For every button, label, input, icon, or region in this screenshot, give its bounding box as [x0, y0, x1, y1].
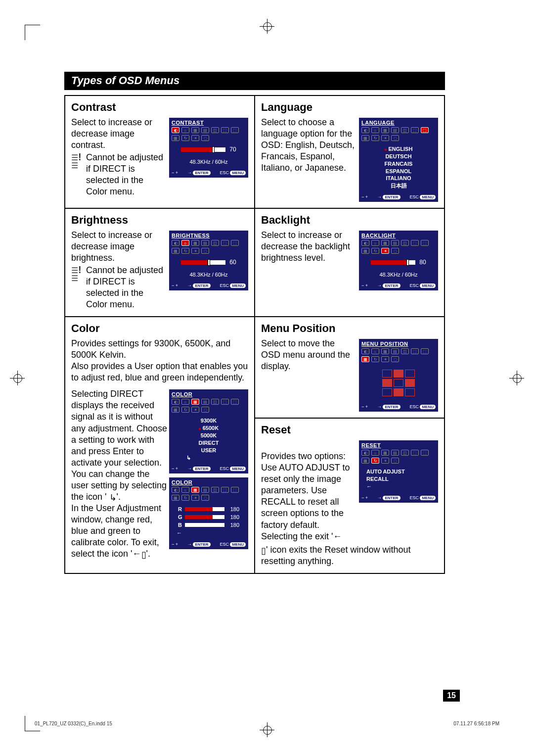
osd-color-rgb: COLOR ◐☼▦▤◫⬚ ⬚▦↻☀◌ R180 G180 B180 ← −	[169, 477, 248, 549]
cell-language: Language Select to choose a language opt…	[255, 95, 445, 208]
osd-language-title: LANGUAGE	[361, 120, 436, 126]
osd-value: 60	[229, 259, 236, 266]
osd-slider[interactable]: 80	[361, 259, 436, 266]
cell-backlight: Backlight Select to increase or decrease…	[255, 208, 445, 317]
cell-reset: Reset Provides two options: Use AUTO ADJ…	[255, 418, 445, 573]
osd-backlight-title: BACKLIGHT	[361, 233, 436, 238]
lang-item[interactable]: ITALIANO	[361, 175, 436, 182]
reset-title: Reset	[261, 424, 438, 436]
position-grid[interactable]	[382, 370, 415, 396]
lang-item[interactable]: 日本語	[361, 182, 436, 189]
cell-color: Color Provides settings for 9300K, 6500K…	[65, 317, 255, 573]
osd-icon-row: ◐☼▦▤◫⬚ ⬚▦↻☀◌	[172, 240, 246, 254]
cell-menupos: Menu Position Select to move the OSD men…	[255, 317, 445, 418]
enter-icon: ↳	[109, 493, 117, 502]
osd-language: LANGUAGE ◐☼▦▤◫⬚ ⬚▦↻☀◌ ENGLISH DEUTSCH FR…	[359, 118, 438, 202]
osd-contrast-title: CONTRAST	[172, 120, 246, 126]
color-item[interactable]: USER	[172, 447, 246, 454]
lang-item[interactable]: DEUTSCH	[361, 153, 436, 160]
osd-slider[interactable]: 60	[172, 259, 246, 266]
back-icon[interactable]: ←	[177, 530, 182, 536]
lang-item[interactable]: ESPANOL	[361, 168, 436, 175]
osd-status: 48.3KHz / 60Hz	[361, 272, 436, 278]
footer-right: 07.11.27 6:56:18 PM	[453, 721, 499, 726]
osd-reset-list[interactable]: AUTO ADJUST RECALL ←	[361, 465, 436, 493]
backlight-body: Select to increase or decrease the backl…	[261, 230, 355, 264]
footer-left: 01_PL720_UZ 0332(C)_En.indd 15	[35, 721, 112, 726]
osd-brightness-title: BRIGHTNESS	[172, 233, 246, 238]
osd-footer: − + → ENTER ESC MENU	[361, 404, 436, 409]
osd-footer: − + → ENTER ESC MENU	[172, 466, 246, 471]
osd-footer: − + → ENTER ESC MENU	[172, 170, 246, 175]
osd-reset: RESET ◐☼▦▤◫⬚ ⬚▦↻☀◌ AUTO ADJUST RECALL ← …	[359, 440, 438, 503]
osd-backlight: BACKLIGHT ◐☼▦▤◫⬚ ⬚▦↻☀◌ 80 48.3KHz / 60Hz…	[359, 231, 438, 290]
reset-item[interactable]: RECALL	[366, 475, 436, 483]
backlight-text: Select to increase or decrease the backl…	[261, 230, 355, 264]
color-title: Color	[71, 322, 248, 335]
osd-menupos: MENU POSITION ◐☼▦▤◫⬚ ⬚▦↻☀◌ − + → ENTER E…	[359, 339, 438, 412]
osd-footer: − + → ENTER ESC MENU	[361, 495, 436, 500]
osd-footer: − + → ENTER ESC MENU	[172, 542, 246, 547]
osd-pos-body[interactable]	[361, 364, 436, 402]
brightness-note: ☰!☰ Cannot be adjusted if DIRECT is sele…	[71, 264, 165, 310]
registration-bottom	[260, 722, 274, 737]
osd-status: 48.3KHz / 60Hz	[172, 272, 246, 278]
osd-icon-row: ◐☼▦▤◫⬚ ⬚▦↻☀◌	[172, 487, 246, 501]
reset-body-col: Provides two options: Use AUTO ADJUST to…	[261, 439, 357, 542]
osd-slider[interactable]: 70	[172, 146, 246, 153]
registration-right	[509, 371, 524, 385]
osd-color-rgb-title: COLOR	[172, 479, 246, 485]
crop-mark-tl	[25, 25, 40, 40]
exit-icon: ▯	[141, 550, 146, 559]
color-item-enter[interactable]: ↳	[172, 454, 246, 462]
cell-contrast: Contrast Select to increase or decrease …	[65, 95, 255, 208]
exit-icon: ▯	[261, 546, 266, 555]
color-intro: Provides settings for 9300K, 6500K, and …	[71, 338, 248, 383]
osd-color-items[interactable]: 9300K 6500K 5000K DIRECT USER ↳	[172, 414, 246, 464]
brightness-title: Brightness	[71, 214, 248, 227]
color-item[interactable]: 9300K	[172, 417, 246, 425]
language-title: Language	[261, 101, 438, 114]
brightness-note-text: Cannot be adjusted if DIRECT is selected…	[86, 265, 165, 310]
page-number: 15	[443, 690, 460, 702]
lang-item[interactable]: ENGLISH	[361, 145, 436, 153]
note-icon: ☰!☰	[71, 265, 86, 283]
osd-footer: − + → ENTER ESC MENU	[172, 283, 246, 288]
osd-rgb[interactable]: R180 G180 B180 ←	[172, 502, 246, 540]
color-body1: Selecting DIRECT displays the received s…	[71, 388, 168, 559]
cell-brightness: Brightness Select to increase or decreas…	[65, 208, 255, 317]
osd-contrast: CONTRAST ◐☼▦▤◫⬚ ⬚▦↻☀◌ 70 48.3KHz / 60Hz …	[169, 118, 248, 178]
color-item[interactable]: DIRECT	[172, 439, 246, 447]
osd-icon-row: ◐☼▦▤◫⬚ ⬚▦↻☀◌	[361, 240, 436, 254]
brightness-body: Select to increase or decrease image bri…	[71, 230, 165, 264]
menupos-title: Menu Position	[261, 322, 438, 335]
reset-item[interactable]: AUTO ADJUST	[366, 468, 436, 475]
menupos-body: Select to move the OSD menu around the d…	[261, 338, 355, 372]
backlight-title: Backlight	[261, 214, 438, 227]
osd-icon-row: ◐☼▦▤◫⬚ ⬚▦↻☀◌	[361, 127, 436, 141]
color-item[interactable]: 6500K	[172, 425, 246, 432]
language-text: Select to choose a language option for t…	[261, 117, 355, 174]
osd-status: 48.3KHz / 60Hz	[172, 159, 246, 165]
reset-item-back[interactable]: ←	[366, 483, 436, 490]
osd-value: 70	[229, 146, 236, 153]
color-item[interactable]: 5000K	[172, 432, 246, 439]
osd-color-list: COLOR ◐☼▦▤◫⬚ ⬚▦↻☀◌ 9300K 6500K 5000K DIR…	[169, 389, 248, 473]
osd-brightness: BRIGHTNESS ◐☼▦▤◫⬚ ⬚▦↻☀◌ 60 48.3KHz / 60H…	[169, 231, 248, 290]
contrast-note: ☰!☰ Cannot be adjusted if DIRECT is sele…	[71, 151, 165, 197]
osd-language-list[interactable]: ENGLISH DEUTSCH FRANCAIS ESPANOL ITALIAN…	[361, 142, 436, 192]
osd-value: 80	[419, 259, 426, 266]
reset-body-tail: ▯' icon exits the Reset window without r…	[261, 542, 438, 567]
lang-item[interactable]: FRANCAIS	[361, 160, 436, 168]
osd-icon-row: ◐☼▦▤◫⬚ ⬚▦↻☀◌	[361, 450, 436, 464]
osd-footer: − + → ENTER ESC MENU	[361, 283, 436, 288]
osd-grid: Contrast Select to increase or decrease …	[64, 95, 445, 574]
osd-icon-row: ◐☼▦▤◫⬚ ⬚▦↻☀◌	[172, 127, 246, 141]
brightness-text: Select to increase or decrease image bri…	[71, 230, 165, 310]
contrast-title: Contrast	[71, 101, 248, 114]
contrast-body: Select to increase or decrease image con…	[71, 117, 165, 151]
osd-reset-title: RESET	[361, 442, 436, 448]
section-title: Types of OSD Menus	[64, 72, 445, 90]
osd-menupos-title: MENU POSITION	[361, 341, 436, 347]
osd-icon-row: ◐☼▦▤◫⬚ ⬚▦↻☀◌	[172, 399, 246, 413]
